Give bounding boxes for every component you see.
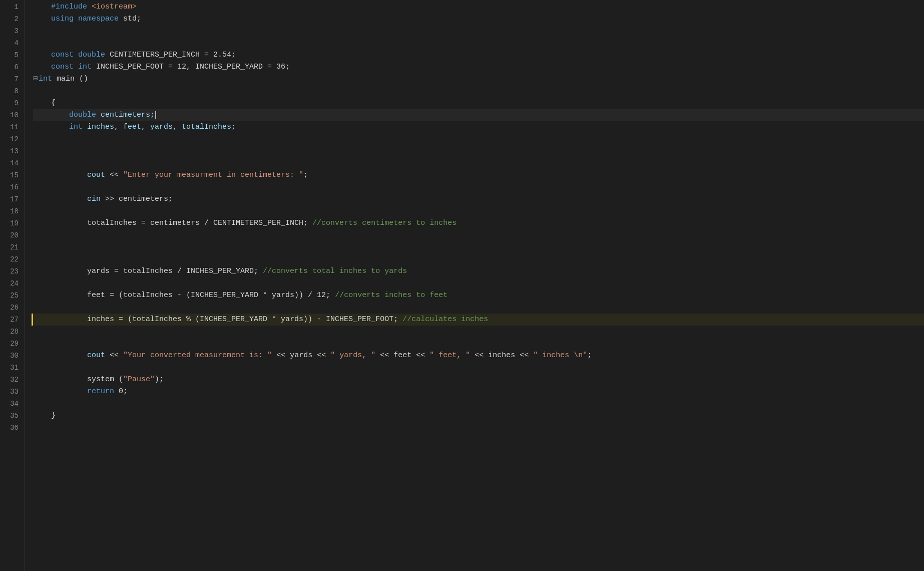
line-number-8: 8	[0, 85, 19, 97]
code-line-8	[33, 85, 924, 97]
line-number-15: 15	[0, 169, 19, 181]
line-number-7: 7	[0, 73, 19, 85]
code-token: INCHES_PER_FOOT = 12, INCHES_PER_YARD = …	[92, 61, 290, 73]
line-number-10: 10	[0, 109, 19, 121]
code-token: using	[51, 13, 74, 25]
code-token: inches = (totalInches % (INCHES_PER_YARD…	[87, 314, 402, 326]
code-line-28	[33, 326, 924, 338]
line-number-19: 19	[0, 217, 19, 229]
line-number-1: 1	[0, 1, 19, 13]
code-line-24	[33, 277, 924, 290]
code-line-25: feet = (totalInches - (INCHES_PER_YARD *…	[33, 290, 924, 302]
code-token: CENTIMETERS_PER_INCH = 2.54;	[105, 49, 236, 61]
line-number-23: 23	[0, 265, 19, 277]
code-token	[33, 169, 87, 181]
collapse-icon[interactable]: ⊟	[33, 73, 38, 85]
line-number-34: 34	[0, 398, 19, 410]
code-token	[74, 61, 78, 73]
code-token: int	[78, 61, 92, 73]
code-token	[33, 49, 51, 61]
code-line-20	[33, 229, 924, 241]
code-token: #include	[33, 1, 92, 13]
code-token: cin	[87, 193, 101, 205]
code-token: namespace	[78, 13, 119, 25]
code-line-26	[33, 302, 924, 314]
code-token: yards = totalInches / INCHES_PER_YARD;	[87, 265, 263, 277]
code-line-34	[33, 398, 924, 410]
code-token	[74, 49, 78, 61]
code-token	[33, 290, 87, 302]
line-number-5: 5	[0, 49, 19, 61]
code-line-36	[33, 422, 924, 434]
code-token	[33, 265, 87, 277]
code-token: {	[33, 97, 56, 109]
code-line-17: cin >> centimeters;	[33, 193, 924, 205]
code-token: <<	[105, 350, 123, 362]
line-number-30: 30	[0, 350, 19, 362]
code-line-1: #include <iostream>	[33, 1, 924, 13]
code-token	[33, 374, 87, 386]
code-token: ;	[587, 350, 592, 362]
line-number-31: 31	[0, 362, 19, 374]
code-line-9: {	[33, 97, 924, 109]
line-number-25: 25	[0, 290, 19, 302]
line-number-6: 6	[0, 61, 19, 73]
code-token: <iostream>	[92, 1, 137, 13]
code-token: feet = (totalInches - (INCHES_PER_YARD *…	[87, 290, 335, 302]
code-token: }	[33, 410, 56, 422]
line-number-33: 33	[0, 386, 19, 398]
code-line-7: ⊟int main ()	[33, 73, 924, 85]
line-number-18: 18	[0, 205, 19, 217]
code-token: cout	[87, 350, 105, 362]
code-token: <<	[105, 169, 123, 181]
code-token	[74, 13, 78, 25]
code-line-3	[33, 25, 924, 37]
code-token: double	[69, 109, 96, 121]
line-number-24: 24	[0, 277, 19, 290]
code-token: );	[155, 374, 164, 386]
code-token: const	[51, 49, 74, 61]
code-token: >> centimeters;	[101, 193, 173, 205]
code-token: << feet <<	[375, 350, 429, 362]
code-token: system (	[87, 374, 123, 386]
code-line-14	[33, 157, 924, 169]
line-number-4: 4	[0, 37, 19, 49]
code-token	[33, 386, 87, 398]
code-token	[33, 193, 87, 205]
code-token	[33, 13, 51, 25]
code-token: //converts total inches to yards	[263, 265, 407, 277]
code-token: << inches <<	[470, 350, 533, 362]
code-line-23: yards = totalInches / INCHES_PER_YARD; /…	[33, 265, 924, 277]
code-line-13	[33, 145, 924, 157]
line-numbers: 1234567891011121314151617181920212223242…	[0, 0, 25, 571]
code-line-10: double centimeters;	[33, 109, 924, 121]
code-token: centimeters;	[96, 109, 155, 121]
code-line-16	[33, 181, 924, 193]
code-editor[interactable]: 1234567891011121314151617181920212223242…	[0, 0, 924, 571]
line-number-35: 35	[0, 410, 19, 422]
code-token: 0;	[114, 386, 128, 398]
code-area[interactable]: #include <iostream> using namespace std;…	[25, 0, 924, 571]
code-line-6: const int INCHES_PER_FOOT = 12, INCHES_P…	[33, 61, 924, 73]
code-line-35: }	[33, 410, 924, 422]
code-token: " yards, "	[330, 350, 375, 362]
text-cursor	[155, 111, 156, 119]
line-number-3: 3	[0, 25, 19, 37]
code-line-30: cout << "Your converted measurement is: …	[33, 350, 924, 362]
line-number-20: 20	[0, 229, 19, 241]
line-number-29: 29	[0, 338, 19, 350]
code-line-19: totalInches = centimeters / CENTIMETERS_…	[33, 217, 924, 229]
code-token	[33, 61, 51, 73]
code-token: int	[69, 121, 83, 133]
code-line-18	[33, 205, 924, 217]
code-token: double	[78, 49, 105, 61]
code-line-29	[33, 338, 924, 350]
code-line-22	[33, 253, 924, 265]
code-line-15: cout << "Enter your measurment in centim…	[33, 169, 924, 181]
code-token: ;	[303, 169, 308, 181]
code-token: //converts inches to feet	[335, 290, 447, 302]
line-number-12: 12	[0, 133, 19, 145]
code-token	[33, 314, 87, 326]
code-token: inches, feet, yards, totalInches;	[83, 121, 236, 133]
code-token: " feet, "	[429, 350, 470, 362]
